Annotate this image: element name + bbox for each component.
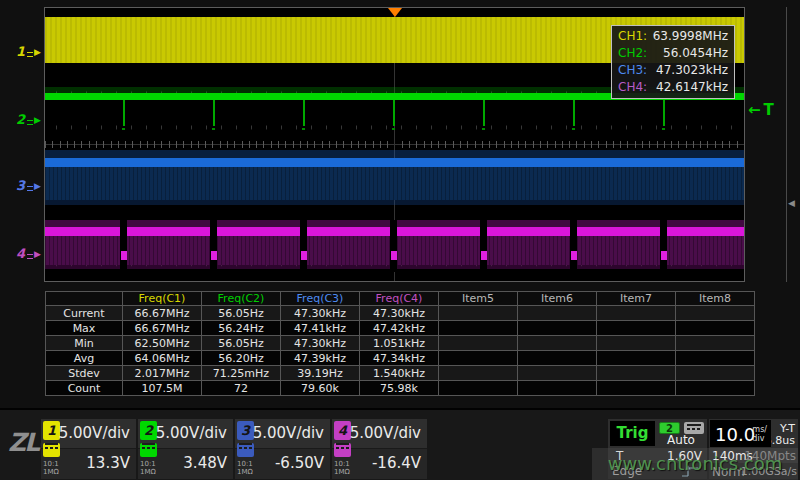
measurement-value-cell: 71.25mHz [202,366,281,381]
freq-readout-value: 42.6147kHz [656,80,728,95]
channel-number: 1 [16,44,25,59]
measurement-value-cell: 2.017MHz [123,366,202,381]
channel-1-badge[interactable]: 1 [43,421,60,440]
measurement-value-cell [439,321,518,336]
measurement-column-header[interactable]: Freq(C1) [123,292,202,306]
ch2-pulse [573,100,575,126]
ch4-burst-marker [481,251,487,260]
channel-scale: 5.00V/div [350,424,421,442]
channel-1-settings-card[interactable]: 110:11MΩ5.00V/div13.3V [41,419,136,479]
channel-4-badge[interactable]: 4 [334,421,351,440]
ch4-burst-marker [301,251,307,260]
ch4-burst-gap [210,220,217,272]
measurement-row-label: Min [46,336,123,351]
ch4-burst-gap [120,220,127,272]
ch3-trace [45,158,744,167]
freq-readout-row: CH2:56.0454Hz [612,45,734,62]
measurement-value-cell: 56.05Hz [202,306,281,321]
channel-offset: -16.4V [372,454,421,472]
measurement-value-cell [676,336,755,351]
probe-ratio: 10:11MΩ [334,460,352,476]
measurement-column-header[interactable]: Freq(C3) [281,292,360,306]
ch2-pulse-dot [302,128,305,130]
channel-3-badge[interactable]: 3 [237,421,254,440]
measurement-row-label: Stdev [46,366,123,381]
measurement-value-cell: 47.39kHz [281,351,360,366]
measurement-value-cell [518,336,597,351]
ch4-burst-marker [211,251,217,260]
measurement-value-cell: 72 [202,381,281,396]
measurement-header-row: Freq(C1)Freq(C2)Freq(C3)Freq(C4)Item5Ite… [46,292,755,306]
ch2-pulse [123,100,125,126]
channel-2-settings-card[interactable]: 210:11MΩ5.00V/div3.48V [138,419,233,479]
arrow-right-icon: ▶ [34,181,41,191]
ch2-pulse [393,100,395,126]
channel-4-settings-card[interactable]: 410:11MΩ5.00V/div-16.4V [332,419,427,479]
ch3-trace-noise-bottom [45,200,744,205]
measurement-value-cell [597,351,676,366]
ch4-burst-gap [660,220,667,272]
measurement-value-cell: 66.67MHz [123,306,202,321]
measurement-value-cell [518,381,597,396]
measurement-value-cell [597,366,676,381]
measurement-column-header[interactable]: Item5 [439,292,518,306]
measurement-value-cell [597,336,676,351]
dc-coupling-icon [140,443,157,457]
measurement-column-header[interactable]: Freq(C4) [360,292,439,306]
channel-scale: 5.00V/div [156,424,227,442]
measurement-column-header[interactable]: Item7 [597,292,676,306]
measurement-value-cell [439,306,518,321]
menu-collapse-arrow[interactable]: ◀ [788,198,795,208]
timebase-scale: 10.0 [715,424,755,445]
freq-readout-channel-label: CH3: [618,63,647,78]
freq-readout-value: 56.0454Hz [663,46,728,61]
measurement-value-cell [518,366,597,381]
channel-1-position-marker[interactable]: 1▶ [16,44,41,59]
measurement-row-label: Count [46,381,123,396]
measurement-column-header[interactable] [46,292,123,306]
waveform-plot[interactable]: CH1:63.9998MHzCH2:56.0454HzCH3:47.3023kH… [44,7,745,282]
channel-scale: 5.00V/div [59,424,130,442]
measurement-value-cell [439,336,518,351]
trigger-level-marker[interactable]: ←T [748,100,774,119]
channel-4-position-marker[interactable]: 4▶ [16,246,41,261]
ch2-pulse [303,100,305,126]
measurement-value-cell: 107.5M [123,381,202,396]
measurement-value-cell [676,381,755,396]
measurement-value-cell: 62.50MHz [123,336,202,351]
watermark: www.cntronics.com [592,448,798,480]
probe-ratio: 10:11MΩ [43,460,61,476]
freq-readout-row: CH1:63.9998MHz [612,28,734,45]
trigger-position-marker[interactable] [388,8,402,17]
freq-readout-row: CH4:42.6147kHz [612,79,734,96]
measurement-value-cell: 47.30kHz [281,306,360,321]
channel-3-settings-card[interactable]: 310:11MΩ5.00V/div-6.50V [235,419,330,479]
measurement-column-header[interactable]: Item6 [518,292,597,306]
ground-icon [27,52,33,57]
channel-2-badge[interactable]: 2 [140,421,157,440]
dc-coupling-icon [43,443,60,457]
measurement-column-header[interactable]: Freq(C2) [202,292,281,306]
measurement-value-cell [439,381,518,396]
measurement-value-cell: 64.06MHz [123,351,202,366]
channel-number: 2 [16,112,25,127]
ground-icon [27,254,33,259]
freq-readout-row: CH3:47.3023kHz [612,62,734,79]
measurement-value-cell [518,306,597,321]
ch2-pulse-dot [662,128,665,130]
right-panel-divider [786,7,787,282]
measurement-value-cell: 1.051kHz [360,336,439,351]
channel-2-position-marker[interactable]: 2▶ [16,112,41,127]
freq-readout-channel-label: CH2: [618,46,647,61]
ch4-burst-marker [571,251,577,260]
channel-offset: 13.3V [86,454,130,472]
ch2-pulse-dot [212,128,215,130]
probe-ratio: 10:11MΩ [237,460,255,476]
measurement-value-cell [597,306,676,321]
measurement-value-cell: 47.34kHz [360,351,439,366]
channel-3-position-marker[interactable]: 3▶ [16,178,41,193]
trigger-level-label: T [764,101,774,119]
measurement-row: Count107.5M7279.60k75.98k [46,381,755,396]
ground-icon [27,186,33,191]
measurement-column-header[interactable]: Item8 [676,292,755,306]
